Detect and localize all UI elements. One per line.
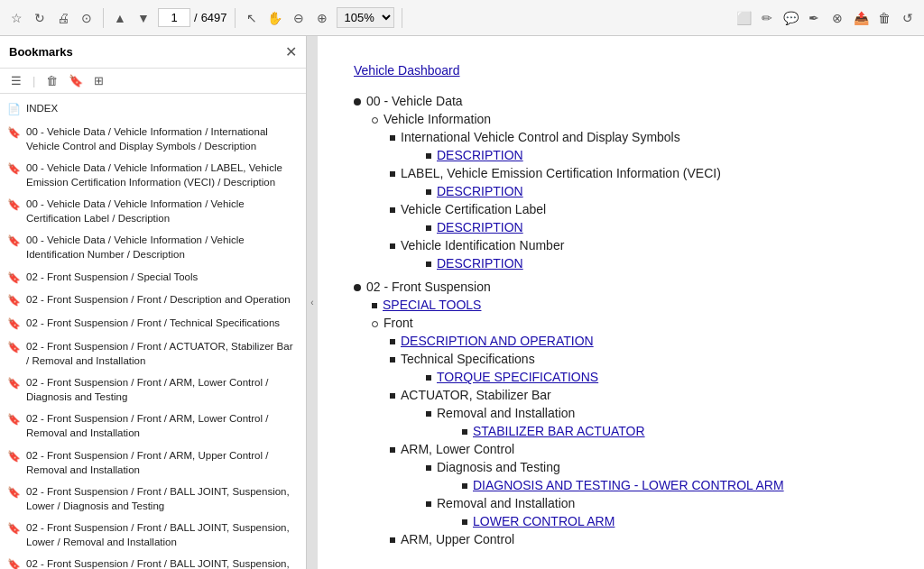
share-icon[interactable]: 📤 (852, 9, 870, 27)
sidebar-item-bm5[interactable]: 🔖 02 - Front Suspension / Special Tools (0, 266, 306, 289)
rotate-icon[interactable]: ↺ (899, 9, 917, 27)
zoom-out-icon[interactable]: ⊖ (290, 9, 308, 27)
sidebar-item-bm6[interactable]: 🔖 02 - Front Suspension / Front / Descri… (0, 289, 306, 312)
front-content: DESCRIPTION AND OPERATION Technical Spec… (390, 334, 888, 528)
prev-page-icon[interactable]: ▲ (111, 9, 129, 27)
page-input[interactable]: 1 (158, 8, 190, 27)
sidebar-item-bm14-label: 02 - Front Suspension / Front / BALL JOI… (26, 556, 297, 569)
sidebar-item-bm3[interactable]: 🔖 00 - Vehicle Data / Vehicle Informatio… (0, 193, 306, 229)
bullet-desc-vin (426, 262, 431, 267)
diag-lower-link-item: DIAGNOSIS AND TESTING - LOWER CONTROL AR… (462, 478, 888, 492)
list-view-icon[interactable]: ☰ (7, 72, 25, 89)
main-area: Bookmarks ✕ ☰ | 🗑 🔖 ⊞ 📄 INDEX 🔖 00 - Veh… (0, 36, 924, 569)
bookmark-icon-11: 🔖 (7, 449, 21, 464)
cert-label: Vehicle Certification Label (401, 202, 546, 216)
sidebar-item-bm2-label: 00 - Vehicle Data / Vehicle Information … (26, 161, 297, 189)
diag-lower-arm-link[interactable]: DIAGNOSIS AND TESTING - LOWER CONTROL AR… (473, 478, 784, 492)
bullet-diag-lower (426, 465, 431, 471)
highlight-icon[interactable]: ✏ (758, 9, 776, 27)
zoom-fit-icon[interactable]: ⊙ (78, 9, 96, 27)
special-tools-link[interactable]: SPECIAL TOOLS (383, 298, 481, 312)
desc-veci-link[interactable]: DESCRIPTION (437, 184, 523, 198)
desc-op-link[interactable]: DESCRIPTION AND OPERATION (401, 334, 594, 348)
eraser-icon[interactable]: ⊗ (828, 9, 846, 27)
refresh-icon[interactable]: ↻ (31, 9, 49, 27)
dashboard-link[interactable]: Vehicle Dashboard (354, 63, 460, 78)
bullet-front-suspension (354, 284, 361, 291)
sidebar-item-index-label: INDEX (26, 101, 297, 115)
cursor-icon[interactable]: ↖ (243, 9, 261, 27)
select-icon[interactable]: ⬜ (735, 9, 753, 27)
sidebar-item-bm4[interactable]: 🔖 00 - Vehicle Data / Vehicle Informatio… (0, 229, 306, 265)
sidebar-item-bm7[interactable]: 🔖 02 - Front Suspension / Front / Techni… (0, 312, 306, 335)
intl-vehicle-label: International Vehicle Control and Displa… (401, 130, 680, 144)
delete-bookmark-icon[interactable]: 🗑 (42, 72, 61, 89)
expand-icon[interactable]: ⊞ (90, 72, 107, 89)
lower-ctrl-content: LOWER CONTROL ARM (462, 514, 888, 528)
bullet-desc-op (390, 339, 395, 344)
trash-icon[interactable]: 🗑 (875, 9, 893, 27)
page-total: 6497 (201, 11, 227, 24)
cert-section: Vehicle Certification Label DESCRIPTION (390, 202, 888, 234)
desc-vin-link[interactable]: DESCRIPTION (437, 256, 523, 271)
bullet-intl-vehicle (390, 135, 395, 141)
desc-intl-link[interactable]: DESCRIPTION (437, 148, 523, 162)
sidebar-collapse-handle[interactable]: ‹ (307, 36, 318, 569)
next-page-icon[interactable]: ▼ (134, 9, 152, 27)
sidebar-item-index[interactable]: 📄 INDEX (0, 97, 306, 121)
torque-spec-item: TORQUE SPECIFICATIONS (426, 370, 888, 384)
intl-vehicle-section: International Vehicle Control and Displa… (390, 130, 888, 162)
front-label: Front (383, 316, 413, 330)
sidebar-item-bm8[interactable]: 🔖 02 - Front Suspension / Front / ACTUAT… (0, 335, 306, 372)
print-icon[interactable]: 🖨 (54, 9, 72, 27)
sidebar-item-bm14[interactable]: 🔖 02 - Front Suspension / Front / BALL J… (0, 553, 306, 569)
bookmark-page-icon[interactable]: 🔖 (65, 72, 87, 89)
zoom-in-icon[interactable]: ⊕ (313, 9, 331, 27)
pen-icon[interactable]: ✒ (805, 9, 823, 27)
pdf-area[interactable]: Vehicle Dashboard 00 - Vehicle Data Vehi… (318, 36, 924, 569)
sidebar-toolbar: ☰ | 🗑 🔖 ⊞ (0, 69, 306, 94)
page-sep: / (194, 11, 198, 24)
vehicle-info-label: Vehicle Information (383, 112, 491, 126)
hand-icon[interactable]: ✋ (266, 9, 284, 27)
zoom-control[interactable]: 105% 50% 75% 100% 125% 150% 200% (337, 7, 394, 28)
sidebar-item-bm9[interactable]: 🔖 02 - Front Suspension / Front / ARM, L… (0, 372, 306, 408)
desc-cert-link[interactable]: DESCRIPTION (437, 220, 523, 234)
back-icon[interactable]: ☆ (7, 9, 25, 27)
zoom-select[interactable]: 105% 50% 75% 100% 125% 150% 200% (337, 7, 394, 28)
sidebar-list[interactable]: 📄 INDEX 🔖 00 - Vehicle Data / Vehicle In… (0, 94, 306, 569)
sidebar-item-bm2[interactable]: 🔖 00 - Vehicle Data / Vehicle Informatio… (0, 157, 306, 193)
arm-upper-partial: ARM, Upper Control (390, 532, 888, 546)
bookmark-icon-6: 🔖 (7, 293, 21, 308)
lower-ctrl-link[interactable]: LOWER CONTROL ARM (473, 514, 614, 528)
sidebar-item-bm12[interactable]: 🔖 02 - Front Suspension / Front / BALL J… (0, 481, 306, 517)
toolbar: ☆ ↻ 🖨 ⊙ ▲ ▼ 1 / 6497 ↖ ✋ ⊖ ⊕ 105% 50% 75… (0, 0, 924, 36)
desc-veci-item: DESCRIPTION (426, 184, 888, 198)
sidebar-item-bm13-label: 02 - Front Suspension / Front / BALL JOI… (26, 520, 297, 549)
stab-bar-link[interactable]: STABILIZER BAR ACTUATOR (473, 424, 645, 438)
torque-spec-link[interactable]: TORQUE SPECIFICATIONS (437, 370, 598, 384)
bullet-torque-spec (426, 375, 431, 381)
veci-item: LABEL, Vehicle Emission Certification In… (390, 166, 888, 180)
bullet-rem-inst-lower (426, 501, 431, 507)
bookmark-icon-12: 🔖 (7, 485, 21, 500)
sep2 (235, 8, 236, 28)
vehicle-info-section: Vehicle Information International Vehicl… (372, 112, 888, 271)
sidebar-item-bm1[interactable]: 🔖 00 - Vehicle Data / Vehicle Informatio… (0, 121, 306, 157)
special-tools-item: SPECIAL TOOLS (372, 298, 888, 312)
sidebar-item-bm11[interactable]: 🔖 02 - Front Suspension / Front / ARM, U… (0, 445, 306, 481)
sidebar-title: Bookmarks (9, 45, 73, 59)
sidebar-item-bm13[interactable]: 🔖 02 - Front Suspension / Front / BALL J… (0, 517, 306, 553)
arm-lower-item: ARM, Lower Control (390, 442, 888, 456)
sidebar-close-button[interactable]: ✕ (285, 43, 297, 60)
vehicle-info-item: Vehicle Information (372, 112, 888, 126)
bullet-vehicle-info (372, 117, 378, 124)
arm-lower-content: Diagnosis and Testing DIAGNOSIS AND TEST… (426, 460, 888, 528)
comment-icon[interactable]: 💬 (781, 9, 799, 27)
sidebar: Bookmarks ✕ ☰ | 🗑 🔖 ⊞ 📄 INDEX 🔖 00 - Veh… (0, 36, 307, 569)
index-doc-icon: 📄 (7, 102, 21, 117)
sidebar-item-bm4-label: 00 - Vehicle Data / Vehicle Information … (26, 233, 297, 262)
sidebar-item-bm10[interactable]: 🔖 02 - Front Suspension / Front / ARM, L… (0, 408, 306, 444)
diag-lower-item: Diagnosis and Testing (426, 460, 888, 474)
arm-upper-label: ARM, Upper Control (401, 532, 514, 546)
